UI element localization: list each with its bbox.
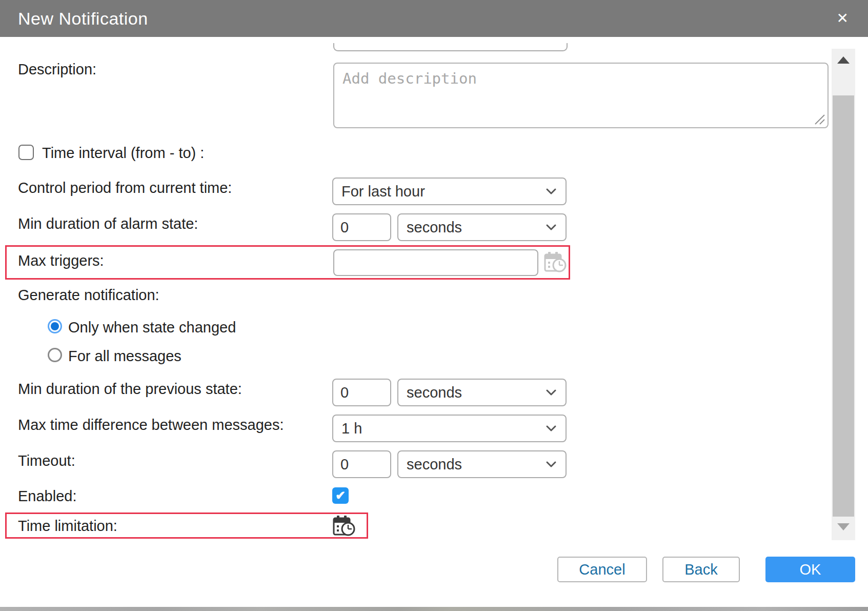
max-time-difference-label: Max time difference between messages: <box>18 417 284 433</box>
min-duration-alarm-input[interactable] <box>332 213 391 241</box>
timeout-unit-select[interactable]: seconds <box>397 450 567 478</box>
chevron-down-icon <box>545 187 557 195</box>
cancel-button[interactable]: Cancel <box>557 557 647 582</box>
scrollbar-up-arrow-icon[interactable] <box>837 56 850 64</box>
calendar-clock-icon[interactable] <box>543 251 567 273</box>
description-label: Description: <box>18 61 96 78</box>
chevron-down-icon <box>545 424 557 432</box>
new-notification-dialog: New Notification ✕ Description: Time int… <box>0 0 868 611</box>
radio-for-all-messages-label: For all messages <box>68 348 181 365</box>
generate-notification-label: Generate notification: <box>18 287 159 304</box>
dialog-title-bar: New Notification ✕ <box>0 0 868 37</box>
min-duration-previous-unit-select[interactable]: seconds <box>397 379 567 406</box>
min-duration-alarm-label: Min duration of alarm state: <box>18 215 198 232</box>
time-interval-label: Time interval (from - to) : <box>42 145 204 162</box>
radio-for-all-messages[interactable] <box>48 348 62 362</box>
back-button[interactable]: Back <box>662 557 740 582</box>
background-window-edge <box>0 607 868 611</box>
clipped-input-above[interactable] <box>333 43 568 51</box>
dialog-title: New Notification <box>18 9 148 29</box>
scrollbar-down-arrow-icon[interactable] <box>837 523 850 530</box>
time-limitation-label: Time limitation: <box>18 518 117 535</box>
timeout-input[interactable] <box>332 450 391 478</box>
radio-only-when-state-changed-label: Only when state changed <box>68 319 236 336</box>
scrollbar-thumb[interactable] <box>833 95 854 517</box>
min-duration-previous-input[interactable] <box>332 379 391 406</box>
calendar-clock-icon[interactable] <box>332 515 356 537</box>
chevron-down-icon <box>545 223 557 231</box>
control-period-select[interactable]: For last hour <box>332 178 567 205</box>
chevron-down-icon <box>545 388 557 397</box>
radio-dot <box>51 322 59 330</box>
ok-button[interactable]: OK <box>765 557 855 582</box>
max-time-difference-select[interactable]: 1 h <box>332 415 567 442</box>
enabled-checkbox[interactable]: ✔ <box>332 487 349 504</box>
enabled-label: Enabled: <box>18 488 77 505</box>
max-triggers-input[interactable] <box>333 249 538 276</box>
chevron-down-icon <box>545 460 557 468</box>
min-duration-previous-label: Min duration of the previous state: <box>18 381 242 398</box>
time-interval-checkbox[interactable] <box>18 145 34 160</box>
max-triggers-label: Max triggers: <box>18 252 104 269</box>
min-duration-alarm-unit-select[interactable]: seconds <box>397 213 567 241</box>
radio-only-when-state-changed[interactable] <box>48 319 62 333</box>
close-icon[interactable]: ✕ <box>837 11 849 26</box>
control-period-label: Control period from current time: <box>18 180 232 196</box>
timeout-label: Timeout: <box>18 452 75 469</box>
description-textarea[interactable] <box>333 63 829 128</box>
checkmark-icon: ✔ <box>335 488 346 503</box>
